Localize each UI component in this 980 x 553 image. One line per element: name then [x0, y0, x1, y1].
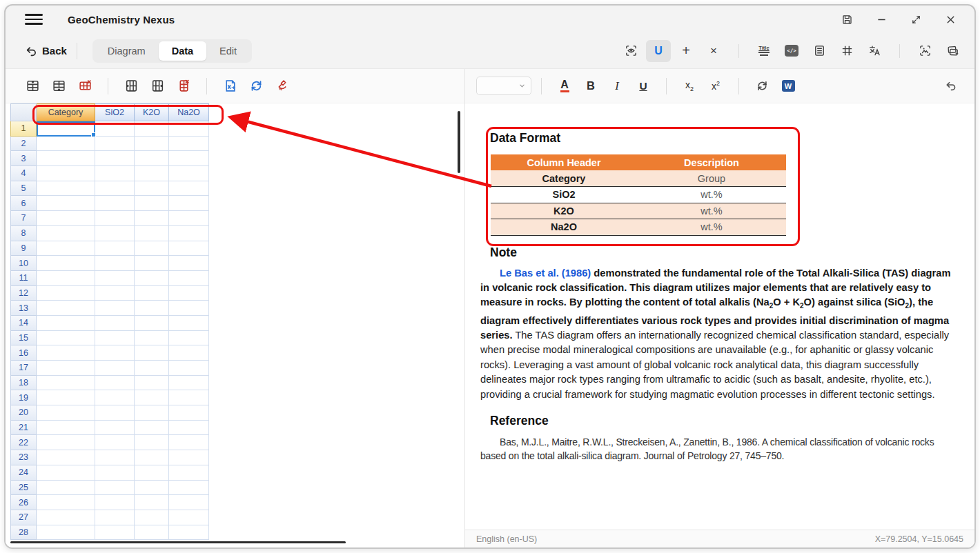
delete-column-icon[interactable]: [170, 75, 197, 97]
sheet-cell[interactable]: [95, 196, 135, 211]
sheet-cell[interactable]: [169, 256, 209, 271]
sheet-cell[interactable]: [135, 361, 169, 376]
tab-diagram[interactable]: Diagram: [95, 41, 159, 61]
sheet-cell[interactable]: [169, 211, 209, 226]
insert-column-left-icon[interactable]: [118, 75, 144, 97]
sheet-cell[interactable]: [95, 421, 135, 436]
sheet-cell[interactable]: [37, 256, 95, 271]
refresh-icon[interactable]: [243, 75, 269, 97]
sheet-cell[interactable]: [95, 271, 135, 286]
row-header-19[interactable]: 19: [10, 390, 37, 405]
sheet-cell[interactable]: [135, 226, 169, 241]
document-icon[interactable]: [807, 40, 832, 62]
sheet-cell[interactable]: [135, 166, 169, 181]
sheet-cell[interactable]: [95, 121, 135, 137]
close-icon[interactable]: [939, 10, 962, 29]
sheet-cell[interactable]: [135, 376, 169, 391]
sheet-cell[interactable]: [95, 316, 135, 331]
citation-link[interactable]: Le Bas et al. (1986): [500, 268, 591, 279]
sheet-cell[interactable]: [169, 316, 209, 331]
back-button[interactable]: Back: [25, 45, 67, 57]
sheet-cell[interactable]: [95, 301, 135, 316]
sheet-cell[interactable]: [135, 137, 169, 152]
sheet-cell[interactable]: [95, 495, 135, 510]
sheet-cell[interactable]: [37, 196, 95, 211]
sheet-cell[interactable]: [37, 421, 95, 436]
column-header-sio2[interactable]: SiO2: [95, 103, 135, 121]
sheet-cell[interactable]: [37, 137, 95, 152]
sheet-cell[interactable]: [135, 301, 169, 316]
row-header-20[interactable]: 20: [10, 405, 37, 421]
sheet-cell[interactable]: [169, 525, 209, 541]
row-header-8[interactable]: 8: [10, 226, 37, 241]
translate-icon[interactable]: [862, 40, 887, 62]
sheet-cell[interactable]: [37, 345, 95, 361]
row-header-16[interactable]: 16: [10, 345, 37, 361]
sheet-cell[interactable]: [135, 495, 169, 510]
sheet-cell[interactable]: [95, 181, 135, 197]
sheet-cell[interactable]: [37, 465, 95, 481]
sheet-cell[interactable]: [169, 435, 209, 450]
subscript-icon[interactable]: x2: [676, 75, 703, 97]
select-all-corner[interactable]: [10, 103, 37, 121]
sheet-cell[interactable]: [169, 241, 209, 257]
sheet-cell[interactable]: [169, 450, 209, 465]
insert-row-above-icon[interactable]: [19, 75, 46, 97]
sheet-cell[interactable]: [37, 435, 95, 450]
row-header-5[interactable]: 5: [10, 181, 37, 197]
code-icon[interactable]: </>: [779, 40, 804, 62]
sheet-cell[interactable]: [135, 331, 169, 346]
sheet-cell[interactable]: [37, 151, 95, 166]
sheet-cell[interactable]: [135, 196, 169, 211]
row-header-11[interactable]: 11: [10, 271, 37, 286]
sheet-cell[interactable]: [169, 376, 209, 391]
row-header-27[interactable]: 27: [10, 510, 37, 525]
sheet-cell[interactable]: [37, 376, 95, 391]
sheet-cell[interactable]: [95, 465, 135, 481]
remove-icon[interactable]: ×: [701, 40, 726, 62]
minimize-icon[interactable]: [870, 10, 893, 29]
delete-row-icon[interactable]: [72, 75, 98, 97]
sheet-cell[interactable]: [37, 271, 95, 286]
sheet-cell[interactable]: [37, 450, 95, 465]
row-header-25[interactable]: 25: [10, 481, 37, 496]
row-header-22[interactable]: 22: [10, 435, 37, 450]
row-header-24[interactable]: 24: [10, 465, 37, 481]
sheet-cell[interactable]: [135, 211, 169, 226]
sheet-cell[interactable]: [135, 316, 169, 331]
row-header-15[interactable]: 15: [10, 331, 37, 346]
row-header-21[interactable]: 21: [10, 421, 37, 436]
sheet-cell[interactable]: [95, 241, 135, 257]
row-header-4[interactable]: 4: [10, 166, 37, 181]
font-dropdown[interactable]: [476, 77, 531, 95]
sheet-cell[interactable]: [135, 345, 169, 361]
sheet-cell[interactable]: [37, 181, 95, 197]
sheet-cell[interactable]: [135, 151, 169, 166]
italic-icon[interactable]: I: [604, 75, 630, 97]
sheet-cell[interactable]: [95, 151, 135, 166]
row-header-3[interactable]: 3: [10, 151, 37, 166]
sheet-cell[interactable]: [95, 435, 135, 450]
sheet-cell[interactable]: [95, 137, 135, 152]
sheet-cell[interactable]: [95, 510, 135, 525]
undo-icon[interactable]: [937, 75, 963, 97]
sheet-cell[interactable]: [169, 151, 209, 166]
sheet-cell[interactable]: [37, 510, 95, 525]
tab-edit[interactable]: Edit: [206, 41, 250, 61]
sheet-cell[interactable]: [169, 481, 209, 496]
sheet-cell[interactable]: [169, 196, 209, 211]
sheet-cell[interactable]: [169, 181, 209, 197]
sheet-cell[interactable]: [169, 361, 209, 376]
sheet-cell[interactable]: [37, 316, 95, 331]
underline-icon[interactable]: U: [630, 75, 656, 97]
row-header-28[interactable]: 28: [10, 525, 37, 541]
row-header-13[interactable]: 13: [10, 301, 37, 316]
frame-image-icon[interactable]: [912, 40, 937, 62]
sheet-cell[interactable]: [37, 211, 95, 226]
language-indicator[interactable]: English (en-US): [476, 534, 537, 544]
sheet-cell[interactable]: [169, 271, 209, 286]
sheet-cell[interactable]: [169, 121, 209, 137]
superscript-icon[interactable]: x2: [703, 75, 729, 97]
row-header-9[interactable]: 9: [10, 241, 37, 257]
sheet-cell[interactable]: [95, 211, 135, 226]
